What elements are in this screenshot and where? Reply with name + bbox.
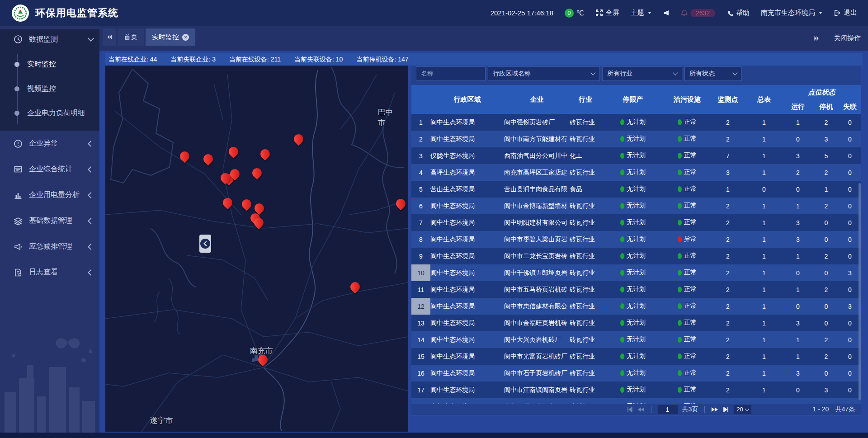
cell-limit: 无计划 bbox=[601, 281, 665, 298]
table-row[interactable]: 8阆中生态环境局阆中市枣碧大梁山页岩砖瓦行业无计划异常21300 bbox=[411, 231, 861, 248]
sidebar-item-power-load-detail[interactable]: 企业电力负荷明细 bbox=[0, 101, 99, 125]
cell-industry: 食品 bbox=[570, 181, 601, 198]
table-row[interactable]: 9阆中生态环境局阆中市二龙长宝页岩砖砖瓦行业无计划正常21120 bbox=[411, 248, 861, 264]
table-scrollbar[interactable] bbox=[859, 183, 861, 400]
page-size-select[interactable]: 20 bbox=[734, 405, 751, 414]
cell-company: 阆中市南方节能建材有 bbox=[504, 131, 570, 147]
cell-region: 阆中生态环境局 bbox=[430, 264, 504, 281]
status-dot bbox=[678, 287, 682, 292]
scroll-tabs-left-button[interactable] bbox=[103, 28, 116, 46]
sidebar-item-power-analysis[interactable]: 企业用电量分析 bbox=[0, 182, 99, 208]
col-stop: 停机 bbox=[814, 99, 839, 114]
sidebar-item-enterprise-abnormal[interactable]: 企业异常 bbox=[0, 131, 99, 156]
layers-icon bbox=[14, 217, 23, 226]
divider bbox=[651, 406, 651, 413]
last-page-button[interactable] bbox=[723, 407, 729, 412]
tab-home[interactable]: 首页 bbox=[118, 28, 144, 46]
cell-region: 阆中生态环境局 bbox=[430, 348, 504, 365]
cell-facility: 正常 bbox=[665, 147, 710, 164]
app: 环保用电监管系统 2021-02-25 17:46:18 0 ℃ 全屏 主题 bbox=[0, 0, 868, 438]
sidebar-item-data-monitoring[interactable]: 数据监测 bbox=[0, 29, 99, 49]
status-select[interactable]: 所有状态 bbox=[684, 66, 742, 81]
sidebar: 数据监测 实时监控 视频监控 企业电力负荷明细 企业异常 企业综合统计 企业用电… bbox=[0, 26, 99, 433]
cell-points: 2 bbox=[710, 348, 746, 365]
industry-select[interactable]: 所有行业 bbox=[602, 66, 682, 81]
tab-realtime-monitor[interactable]: 实时监控× bbox=[146, 28, 195, 46]
sidebar-item-video-monitor[interactable]: 视频监控 bbox=[0, 76, 99, 101]
status-dot bbox=[620, 136, 624, 142]
cell-facility: 正常 bbox=[665, 248, 710, 264]
table-row[interactable]: 4高坪生态环境局南充市高坪区王家店建砖瓦行业无计划正常31220 bbox=[411, 164, 861, 181]
cell-stop: 0 bbox=[814, 365, 839, 381]
sidebar-item-log-view[interactable]: 日志查看 bbox=[0, 259, 99, 285]
timeline-dot bbox=[14, 111, 19, 116]
help-button[interactable]: 帮助 bbox=[726, 9, 750, 17]
close-operations-button[interactable]: 关闭操作 bbox=[834, 34, 861, 42]
table-row[interactable]: 10阆中生态环境局阆中千佛镇五郎垭页岩砖瓦行业无计划正常21003 bbox=[411, 264, 861, 281]
cell-run: 1 bbox=[782, 198, 814, 214]
brand: 环保用电监管系统 bbox=[0, 5, 118, 22]
prev-page-button[interactable] bbox=[637, 407, 644, 412]
monitor-table-panel: 名称 行政区域名称 所有行业 所有状态 bbox=[411, 66, 861, 415]
row-index: 5 bbox=[411, 181, 430, 198]
region-select[interactable]: 行政区域名称 bbox=[488, 66, 600, 81]
table-row[interactable]: 14阆中生态环境局阆中大兴页岩机砖厂砖瓦行业无计划正常21120 bbox=[411, 331, 861, 348]
table-row[interactable]: 17阆中生态环境局阆中市江南镇阆南页岩砖瓦行业无计划正常21030 bbox=[411, 381, 861, 398]
logout-button[interactable]: 退出 bbox=[834, 9, 857, 17]
next-page-button[interactable] bbox=[711, 407, 718, 412]
cell-run: 0 bbox=[782, 264, 814, 281]
name-search-input[interactable]: 名称 bbox=[416, 66, 486, 81]
table-row[interactable]: 6阆中生态环境局阆中市金博瑞新型墙材砖瓦行业无计划正常21120 bbox=[411, 198, 861, 214]
table-row[interactable]: 5营山生态环境局营山县润丰肉食品有限食品无计划正常10010 bbox=[411, 181, 861, 198]
sidebar-item-emergency-reduction[interactable]: 应急减排管理 bbox=[0, 234, 99, 259]
table-row[interactable]: 18南部生态环境局南部县磁化水泥有限公建材加工无计划正常50050 bbox=[411, 398, 861, 404]
chevron-down-icon bbox=[88, 35, 94, 42]
cell-lost: 0 bbox=[839, 315, 861, 331]
row-index: 11 bbox=[411, 281, 430, 298]
row-index: 4 bbox=[411, 164, 430, 181]
status-dot bbox=[678, 119, 682, 125]
cell-stop: 0 bbox=[814, 298, 839, 315]
table-row[interactable]: 13阆中生态环境局阆中市金福旺页岩机砖砖瓦行业无计划正常21300 bbox=[411, 315, 861, 331]
sidebar-item-realtime-monitor[interactable]: 实时监控 bbox=[0, 52, 99, 76]
tab-strip: 首页实时监控× bbox=[103, 28, 195, 46]
sidebar-item-base-data[interactable]: 基础数据管理 bbox=[0, 208, 99, 234]
org-dropdown[interactable]: 南充市生态环境局 bbox=[761, 9, 822, 17]
double-chevron-right-icon[interactable] bbox=[813, 35, 820, 42]
map-panel[interactable]: 巴中市南充市遂宁市 bbox=[105, 66, 408, 432]
table-row[interactable]: 16阆中生态环境局阆中市石子页岩机砖厂砖瓦行业无计划正常21300 bbox=[411, 365, 861, 381]
page-number-input[interactable]: 1 bbox=[657, 405, 677, 414]
row-index: 2 bbox=[411, 131, 430, 147]
cell-stop: 5 bbox=[814, 398, 839, 404]
notifications[interactable]: 2632 bbox=[681, 9, 715, 17]
first-page-button[interactable] bbox=[626, 407, 632, 412]
cell-lost: 0 bbox=[839, 198, 861, 214]
table-row[interactable]: 1阆中生态环境局阆中强锐页岩砖厂砖瓦行业无计划正常21120 bbox=[411, 114, 861, 131]
col-industry: 行业 bbox=[570, 85, 601, 114]
table-row[interactable]: 12阆中生态环境局阆中市忠信建材有限公砖瓦行业无计划正常21003 bbox=[411, 298, 861, 315]
table-row[interactable]: 3仪陇生态环境局西南油气田分公司川中化工无计划正常71350 bbox=[411, 147, 861, 164]
sidebar-item-enterprise-stats[interactable]: 企业综合统计 bbox=[0, 156, 99, 182]
cell-region: 阆中生态环境局 bbox=[430, 114, 504, 131]
fullscreen-button[interactable]: 全屏 bbox=[595, 9, 619, 17]
cell-stop: 2 bbox=[814, 281, 839, 298]
table-row[interactable]: 7阆中生态环境局阆中明阳建材有限公司砖瓦行业无计划正常21300 bbox=[411, 214, 861, 231]
cell-limit: 无计划 bbox=[601, 381, 665, 398]
cell-run: 1 bbox=[782, 331, 814, 348]
table-row[interactable]: 15阆中生态环境局阆中市光富页岩机砖厂砖瓦行业无计划正常21120 bbox=[411, 348, 861, 365]
col-lost: 失联 bbox=[839, 99, 861, 114]
table-row[interactable]: 11阆中生态环境局阆中市五马桥页岩机砖砖瓦行业无计划正常21120 bbox=[411, 281, 861, 298]
close-icon[interactable]: × bbox=[182, 34, 189, 41]
bar-chart-icon bbox=[14, 191, 23, 200]
theme-dropdown[interactable]: 主题 bbox=[631, 9, 651, 17]
cell-lost: 3 bbox=[839, 298, 861, 315]
cell-industry: 砖瓦行业 bbox=[570, 348, 601, 365]
cell-lost: 0 bbox=[839, 114, 861, 131]
table-row[interactable]: 2阆中生态环境局阆中市南方节能建材有砖瓦行业无计划正常21030 bbox=[411, 131, 861, 147]
mute-button[interactable] bbox=[663, 9, 670, 16]
cell-limit: 无计划 bbox=[601, 214, 665, 231]
cell-region: 南部生态环境局 bbox=[430, 398, 504, 404]
sidebar-collapse-button[interactable] bbox=[199, 235, 211, 253]
cell-run: 0 bbox=[782, 181, 814, 198]
app-header: 环保用电监管系统 2021-02-25 17:46:18 0 ℃ 全屏 主题 bbox=[0, 0, 868, 26]
